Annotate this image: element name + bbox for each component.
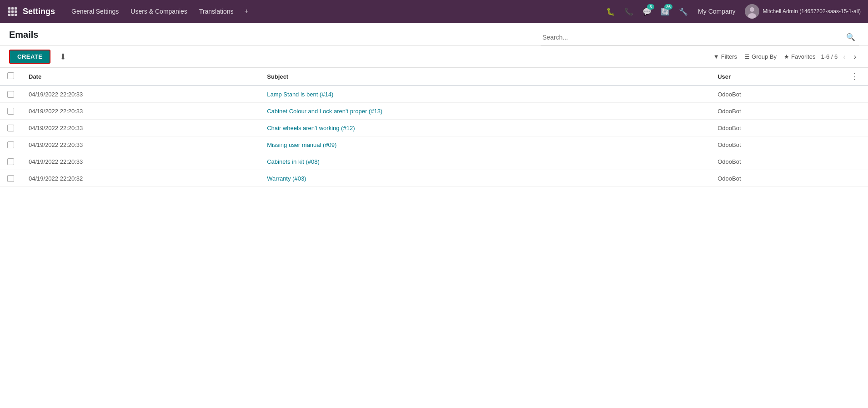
- pagination-next-button[interactable]: ›: [851, 52, 859, 62]
- date-column-header: Date: [21, 68, 260, 86]
- row-user: OdooBot: [710, 120, 842, 136]
- row-checkbox-cell[interactable]: [0, 153, 21, 170]
- row-subject: Chair wheels aren't working (#12): [260, 120, 710, 136]
- row-options: [842, 86, 868, 103]
- row-checkbox-cell[interactable]: [0, 86, 21, 103]
- row-options: [842, 120, 868, 136]
- page-title: Emails: [9, 30, 38, 40]
- row-checkbox[interactable]: [7, 158, 14, 165]
- row-date: 04/19/2022 22:20:33: [21, 153, 260, 170]
- more-options-header[interactable]: ⋮: [842, 68, 868, 86]
- phone-icon-button[interactable]: 📞: [622, 4, 636, 19]
- row-subject: Cabinets in kit (#08): [260, 153, 710, 170]
- row-user: OdooBot: [710, 153, 842, 170]
- app-brand: Settings: [23, 7, 55, 16]
- app-switcher-button[interactable]: [5, 5, 19, 18]
- row-checkbox-cell[interactable]: [0, 170, 21, 187]
- row-options: [842, 170, 868, 187]
- company-selector[interactable]: My Company: [694, 8, 739, 15]
- row-checkbox[interactable]: [7, 141, 14, 148]
- table-row[interactable]: 04/19/2022 22:20:33 Cabinets in kit (#08…: [0, 153, 868, 170]
- nav-add-button[interactable]: +: [240, 5, 253, 18]
- activity-badge: 26: [664, 4, 672, 10]
- search-icon: 🔍: [846, 33, 855, 41]
- row-subject: Missing user manual (#09): [260, 136, 710, 153]
- search-input[interactable]: [541, 30, 843, 45]
- group-by-icon: ☰: [744, 53, 750, 60]
- filter-controls: ▼ Filters ☰ Group By ★ Favorites: [713, 53, 816, 60]
- row-date: 04/19/2022 22:20:32: [21, 170, 260, 187]
- select-all-header[interactable]: [0, 68, 21, 86]
- row-checkbox-cell[interactable]: [0, 103, 21, 120]
- download-icon: ⬇: [60, 52, 66, 61]
- top-navigation: Settings General Settings Users & Compan…: [0, 0, 868, 23]
- favorites-button[interactable]: ★ Favorites: [784, 53, 815, 60]
- user-menu[interactable]: Mitchell Admin (14657202-saas-15-1-all): [743, 4, 863, 19]
- star-icon: ★: [784, 53, 789, 60]
- user-avatar: [745, 4, 759, 19]
- svg-point-1: [750, 7, 754, 12]
- row-checkbox[interactable]: [7, 108, 14, 115]
- activity-icon-button[interactable]: 🔄 26: [658, 4, 672, 19]
- row-options: [842, 103, 868, 120]
- nav-translations[interactable]: Translations: [194, 5, 239, 18]
- wrench-icon-button[interactable]: 🔧: [676, 4, 691, 19]
- table-row[interactable]: 04/19/2022 22:20:33 Missing user manual …: [0, 136, 868, 153]
- table-header-row: Date Subject User ⋮: [0, 68, 868, 86]
- row-subject: Lamp Stand is bent (#14): [260, 86, 710, 103]
- pagination-info: 1-6 / 6: [821, 53, 838, 60]
- nav-users-companies[interactable]: Users & Companies: [125, 5, 193, 18]
- filters-button[interactable]: ▼ Filters: [713, 53, 737, 60]
- create-button[interactable]: CREATE: [9, 50, 50, 64]
- chat-icon-button[interactable]: 💬 5: [640, 4, 654, 19]
- row-user: OdooBot: [710, 103, 842, 120]
- user-name: Mitchell Admin (14657202-saas-15-1-all): [763, 8, 861, 15]
- svg-point-2: [748, 13, 756, 19]
- table-row[interactable]: 04/19/2022 22:20:32 Warranty (#03) OdooB…: [0, 170, 868, 187]
- emails-table: Date Subject User ⋮ 04/19/2022 22:20:33 …: [0, 68, 868, 187]
- pagination-prev-button[interactable]: ‹: [840, 52, 848, 62]
- filter-icon: ▼: [713, 53, 719, 60]
- row-subject: Warranty (#03): [260, 170, 710, 187]
- nav-general-settings[interactable]: General Settings: [66, 5, 124, 18]
- wrench-icon: 🔧: [679, 7, 688, 16]
- row-date: 04/19/2022 22:20:33: [21, 120, 260, 136]
- row-checkbox[interactable]: [7, 175, 14, 182]
- debug-icon-button[interactable]: 🐛: [603, 4, 618, 19]
- row-checkbox[interactable]: [7, 91, 14, 98]
- search-button[interactable]: 🔍: [843, 29, 859, 45]
- row-date: 04/19/2022 22:20:33: [21, 136, 260, 153]
- column-options-button[interactable]: ⋮: [849, 71, 861, 81]
- subject-column-header: Subject: [260, 68, 710, 86]
- toolbar: CREATE ⬇ ▼ Filters ☰ Group By ★ Favorite…: [0, 46, 868, 68]
- nav-right-actions: 🐛 📞 💬 5 🔄 26 🔧 My Company Mitchell: [603, 4, 863, 19]
- table-row[interactable]: 04/19/2022 22:20:33 Cabinet Colour and L…: [0, 103, 868, 120]
- chat-badge: 5: [647, 4, 654, 10]
- table-row[interactable]: 04/19/2022 22:20:33 Chair wheels aren't …: [0, 120, 868, 136]
- user-column-header: User: [710, 68, 842, 86]
- row-user: OdooBot: [710, 170, 842, 187]
- row-checkbox-cell[interactable]: [0, 120, 21, 136]
- table-row[interactable]: 04/19/2022 22:20:33 Lamp Stand is bent (…: [0, 86, 868, 103]
- nav-menu: General Settings Users & Companies Trans…: [66, 5, 602, 18]
- pagination-controls: 1-6 / 6 ‹ ›: [821, 52, 859, 62]
- row-user: OdooBot: [710, 86, 842, 103]
- table-body: 04/19/2022 22:20:33 Lamp Stand is bent (…: [0, 86, 868, 187]
- row-options: [842, 136, 868, 153]
- row-user: OdooBot: [710, 136, 842, 153]
- main-content: Emails 🔍 CREATE ⬇ ▼ Filters ☰ Group By: [0, 23, 868, 408]
- download-button[interactable]: ⬇: [56, 50, 70, 64]
- row-date: 04/19/2022 22:20:33: [21, 86, 260, 103]
- select-all-checkbox[interactable]: [7, 72, 14, 79]
- group-by-button[interactable]: ☰ Group By: [744, 53, 777, 60]
- bug-icon: 🐛: [606, 7, 615, 16]
- row-options: [842, 153, 868, 170]
- row-checkbox[interactable]: [7, 125, 14, 131]
- row-subject: Cabinet Colour and Lock aren't proper (#…: [260, 103, 710, 120]
- phone-icon: 📞: [624, 7, 633, 16]
- row-checkbox-cell[interactable]: [0, 136, 21, 153]
- row-date: 04/19/2022 22:20:33: [21, 103, 260, 120]
